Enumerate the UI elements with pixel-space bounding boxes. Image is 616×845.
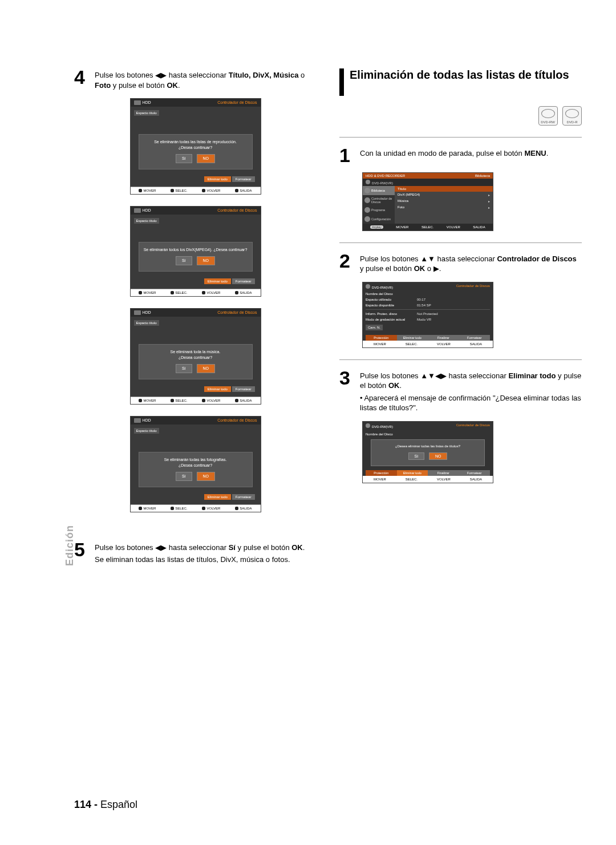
side-item[interactable]: Biblioteca — [363, 186, 395, 195]
nombre-label: Nombre del Disco — [366, 432, 490, 436]
t: y pulse el botón — [360, 264, 414, 273]
confirm-screenshot: DVD-RW(VR)Controlador de Discos Nombre d… — [362, 421, 493, 483]
top-right: Controlador de Discos — [456, 284, 490, 289]
disc-label: DVD-R — [563, 120, 581, 124]
step-2: 2 Pulse los botones ▲▼ hasta seleccionar… — [339, 252, 582, 274]
bold: Sí — [229, 543, 236, 552]
camn-button[interactable]: Cam. N. — [366, 325, 383, 330]
main-header[interactable]: Título — [395, 186, 493, 192]
side-menu: Biblioteca Controlador de Discos Program… — [363, 186, 395, 224]
kv-val: Not Protected — [417, 312, 438, 316]
bold: Controlador de Discos — [497, 254, 576, 263]
hdr-left: HDD — [134, 100, 151, 105]
step-num: 5 — [74, 541, 90, 564]
foot-mover: MOVER — [396, 225, 408, 229]
hdr-right: Controlador de Discos — [217, 100, 257, 105]
chevron-right-icon: ▶ — [433, 264, 439, 273]
msg: Se eliminarán todos los DivX(MPEG4). ¿De… — [143, 247, 249, 253]
disc-controller-icon — [364, 197, 370, 203]
device-row: DVD-RW(VR) — [363, 179, 493, 186]
tab-formatear[interactable]: Formatear — [232, 278, 255, 284]
kv-key: Inform. Protec. disco — [366, 312, 417, 316]
foot-selec: SELEC. — [406, 478, 418, 481]
no-button[interactable]: NO — [429, 452, 448, 460]
no-button[interactable]: NO — [197, 472, 216, 481]
foot-salida: SALIDA — [235, 399, 252, 402]
t: . — [178, 81, 180, 90]
mi-label: Foto — [398, 205, 404, 209]
tab-formatear[interactable]: Formatear — [232, 494, 255, 500]
side-label: Configuración — [371, 217, 391, 221]
library-icon — [364, 188, 370, 193]
hdr-right: Controlador de Discos — [217, 418, 257, 423]
t: hasta seleccionar — [447, 371, 508, 380]
side-item[interactable]: Programa — [363, 205, 395, 215]
confirm-box: Se eliminarán todas las fotografías. ¿De… — [139, 452, 253, 487]
main-item[interactable]: Foto▸ — [395, 204, 493, 211]
tab-eliminar[interactable]: Eliminar todo — [397, 470, 428, 476]
yes-button[interactable]: Sí — [176, 256, 192, 265]
hdd-icon — [134, 310, 141, 315]
no-button[interactable]: NO — [197, 154, 216, 163]
tab-formatear[interactable]: Formatear — [459, 470, 491, 476]
no-button[interactable]: NO — [197, 256, 216, 265]
main-item[interactable]: Música▸ — [395, 198, 493, 204]
no-button[interactable]: NO — [197, 364, 216, 373]
step-num: 4 — [74, 68, 90, 90]
yes-button[interactable]: Sí — [176, 472, 192, 481]
step-num: 1 — [339, 147, 355, 164]
bullet-text: Aparecerá el mensaje de confirmación "¿D… — [360, 394, 581, 413]
step-text: Pulse los botones ◀▶ hasta seleccionar T… — [95, 68, 317, 90]
section-title: Eliminación de todas las listas de títul… — [339, 68, 582, 96]
hdd-label: HDD — [143, 208, 151, 212]
disc-info-screenshot: DVD-RW(VR)Controlador de Discos Nombre d… — [362, 282, 493, 348]
overlay-msg: ¿Desea eliminar todas las listas de títu… — [374, 444, 481, 448]
foot-salida: SALIDA — [470, 342, 482, 346]
yes-button[interactable]: Sí — [408, 452, 425, 460]
tab-proteccion[interactable]: Protección — [366, 470, 397, 476]
step-1: 1 Con la unidad en modo de parada, pulse… — [339, 147, 582, 164]
espacio-label: Espacio título — [134, 110, 159, 116]
step-text: Con la unidad en modo de parada, pulse e… — [360, 147, 548, 164]
bold: MENU — [524, 149, 546, 157]
tab-eliminar[interactable]: Eliminar todo — [204, 278, 231, 284]
page-number: 114 - — [74, 799, 98, 810]
foot-salida: SALIDA — [235, 189, 252, 192]
foot-mover: MOVER — [139, 399, 156, 402]
disc-small-icon — [366, 284, 370, 289]
top-right: Biblioteca — [475, 174, 490, 177]
side-label: Biblioteca — [371, 189, 385, 192]
bold: Eliminar todo — [508, 371, 556, 380]
side-item[interactable]: Configuración — [363, 215, 395, 224]
chevron-right-icon: ▸ — [488, 193, 490, 197]
foot-selec: SELEC. — [171, 399, 187, 402]
confirm-overlay: ¿Desea eliminar todas las listas de títu… — [371, 439, 485, 466]
tab-formatear[interactable]: Formatear — [232, 386, 255, 392]
kv-val: 01:54 SP — [417, 304, 431, 307]
tab-formatear[interactable]: Formatear — [459, 335, 491, 341]
side-item[interactable]: Controlador de Discos — [363, 195, 395, 205]
foot-mover: MOVER — [139, 507, 156, 510]
kv-key: Espacio disponible — [366, 304, 417, 307]
foot-mover: MOVER — [139, 189, 156, 192]
kv-val: Modo VR — [417, 318, 431, 321]
mi-label: DivX (MPEG4) — [398, 193, 420, 197]
side-label: Programa — [371, 208, 385, 212]
tab-eliminar[interactable]: Eliminar todo — [204, 386, 231, 392]
tab-eliminar[interactable]: Eliminar todo — [204, 176, 231, 182]
tab-eliminar[interactable]: Eliminar todo — [397, 335, 428, 341]
tab-finalizar[interactable]: Finalizar — [428, 470, 459, 476]
main-item[interactable]: DivX (MPEG4)▸ — [395, 192, 493, 198]
tab-formatear[interactable]: Formatear — [232, 176, 255, 182]
bold: OK — [388, 381, 400, 390]
tab-eliminar[interactable]: Eliminar todo — [204, 494, 231, 500]
disc-icon-dvdr: DVD-R — [562, 106, 582, 126]
tab-finalizar[interactable]: Finalizar — [428, 335, 459, 341]
msg: Se eliminarán todas las listas de reprod… — [143, 139, 249, 145]
dvr-shot-4: HDDControlador de Discos Espacio título … — [130, 416, 261, 512]
step-num: 3 — [339, 369, 355, 413]
top-left-label: DVD-RW(VR) — [372, 425, 393, 428]
tab-proteccion[interactable]: Protección — [366, 335, 397, 341]
yes-button[interactable]: Sí — [176, 154, 192, 163]
yes-button[interactable]: Sí — [176, 364, 192, 373]
